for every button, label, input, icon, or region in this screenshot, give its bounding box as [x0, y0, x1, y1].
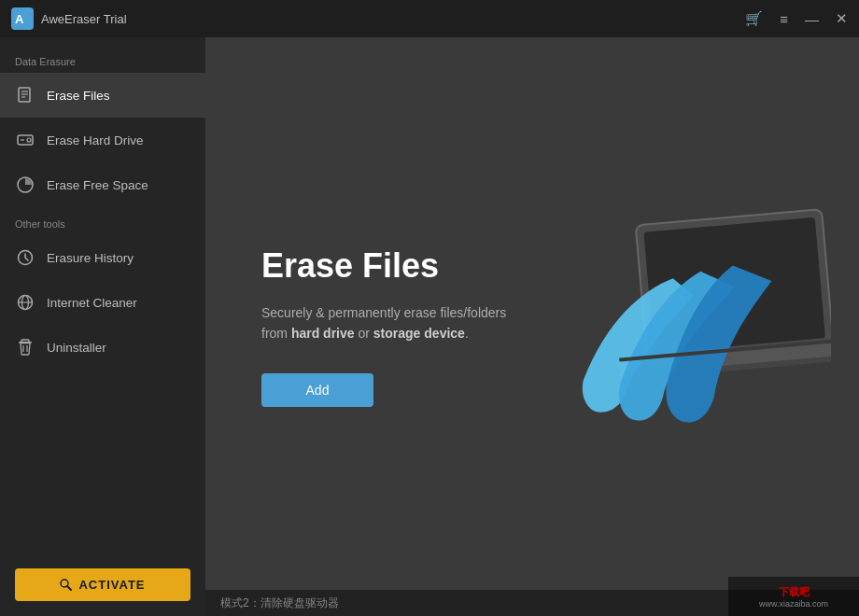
- erasure-history-label: Erasure History: [47, 251, 190, 265]
- internet-cleaner-label: Internet Cleaner: [47, 296, 190, 310]
- sidebar-item-erase-hard-drive[interactable]: Erase Hard Drive: [0, 118, 205, 162]
- key-icon: [60, 579, 72, 591]
- sidebar-item-uninstaller[interactable]: Uninstaller: [0, 325, 205, 370]
- watermark-text1: 下载吧: [779, 585, 810, 599]
- titlebar: A AweEraser Trial 🛒 ≡ — ✕: [0, 0, 859, 37]
- sidebar-item-erase-free-space[interactable]: Erase Free Space: [0, 162, 205, 207]
- erasure-history-icon: [15, 247, 35, 268]
- laptop-illustration: [514, 191, 831, 462]
- svg-point-7: [27, 138, 31, 142]
- titlebar-left: A AweEraser Trial: [11, 7, 127, 30]
- uninstaller-icon: [15, 337, 35, 357]
- app-body: Data Erasure Erase Files: [0, 37, 859, 616]
- watermark: 下载吧 www.xiazaiba.com: [728, 577, 859, 616]
- erase-free-space-label: Erase Free Space: [47, 178, 190, 192]
- sidebar: Data Erasure Erase Files: [0, 37, 205, 616]
- content-area: Erase Files Securely & permanently erase…: [205, 37, 859, 616]
- erase-hard-drive-icon: [15, 130, 35, 150]
- sidebar-item-erasure-history[interactable]: Erasure History: [0, 235, 205, 280]
- watermark-text2: www.xiazaiba.com: [759, 599, 828, 609]
- other-tools-label: Other tools: [0, 207, 205, 235]
- activate-label: ACTIVATE: [78, 578, 145, 592]
- bottom-text: 模式2：清除硬盘驱动器: [220, 595, 339, 611]
- sidebar-item-internet-cleaner[interactable]: Internet Cleaner: [0, 280, 205, 325]
- data-erasure-label: Data Erasure: [0, 45, 205, 73]
- erase-files-label: Erase Files: [47, 89, 190, 103]
- uninstaller-label: Uninstaller: [47, 341, 190, 355]
- cart-icon[interactable]: 🛒: [745, 10, 763, 27]
- laptop-svg: [514, 191, 831, 462]
- menu-icon[interactable]: ≡: [780, 11, 788, 27]
- minimize-icon[interactable]: —: [805, 11, 819, 27]
- close-icon[interactable]: ✕: [836, 10, 848, 27]
- erase-files-icon: [15, 85, 35, 105]
- add-button[interactable]: Add: [261, 373, 373, 407]
- svg-text:A: A: [15, 12, 24, 26]
- internet-cleaner-icon: [15, 292, 35, 313]
- erase-free-space-icon: [15, 175, 35, 195]
- erase-hard-drive-label: Erase Hard Drive: [47, 133, 190, 147]
- app-logo-icon: A: [11, 7, 34, 30]
- svg-line-18: [67, 586, 71, 590]
- titlebar-controls: 🛒 ≡ — ✕: [745, 10, 848, 27]
- activate-button[interactable]: ACTIVATE: [15, 568, 190, 601]
- sidebar-item-erase-files[interactable]: Erase Files: [0, 73, 205, 118]
- app-title: AweEraser Trial: [41, 12, 127, 26]
